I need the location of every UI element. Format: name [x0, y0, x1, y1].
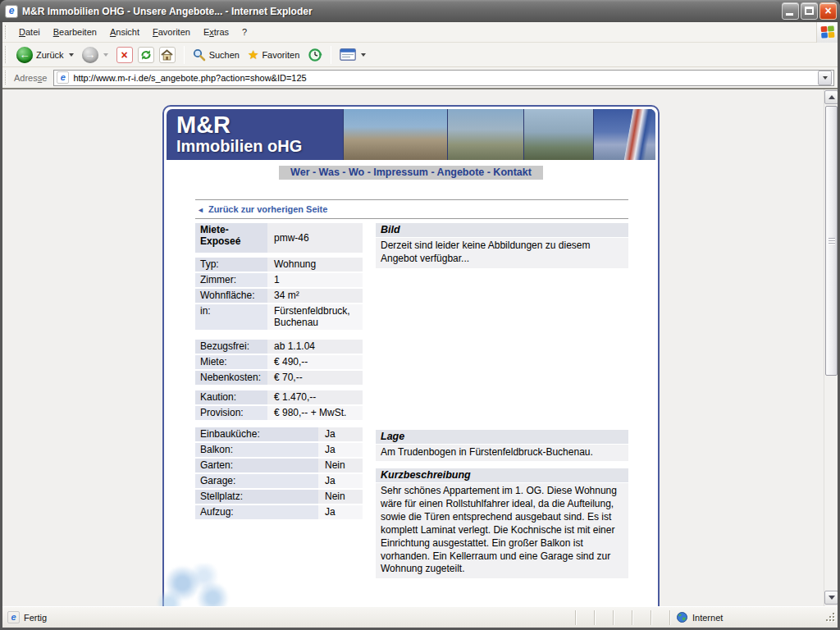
star-icon: ★	[248, 48, 258, 61]
search-icon	[193, 48, 206, 62]
detail-value: € 980,-- + MwSt.	[267, 406, 363, 420]
site-banner: M&R Immobilien oHG	[167, 109, 655, 160]
divider	[195, 218, 628, 219]
detail-row: Garage:Ja	[195, 474, 363, 488]
address-label: Adresse	[12, 73, 53, 83]
detail-label: Stellplatz:	[195, 490, 318, 504]
forward-dropdown-icon[interactable]	[103, 53, 108, 57]
detail-value: € 490,--	[267, 355, 363, 369]
toolbar-grip[interactable]	[5, 71, 7, 85]
detail-row: Miete:€ 490,--	[195, 355, 363, 369]
security-zone: Internet	[669, 610, 825, 625]
detail-row: Miete-Exposeépmw-46	[195, 223, 363, 253]
detail-row: Stellplatz:Nein	[195, 490, 363, 504]
status-pane	[613, 610, 632, 625]
back-button[interactable]: ← Zurück	[12, 47, 78, 63]
detail-value: Fürstenfeldbruck, Buchenau	[267, 304, 363, 330]
zone-label: Internet	[692, 613, 723, 623]
detail-label: Einbauküche:	[195, 427, 318, 441]
close-button[interactable]: ×	[819, 2, 837, 20]
history-button[interactable]	[304, 48, 326, 62]
detail-row: Einbauküche:Ja	[195, 427, 363, 441]
back-dropdown-icon[interactable]	[69, 53, 74, 57]
left-arrow-icon: ◄	[197, 206, 204, 214]
scrollbar-thumb[interactable]	[825, 106, 838, 376]
status-pane	[632, 610, 651, 625]
mail-dropdown-icon[interactable]	[361, 53, 366, 57]
status-bar: e Fertig Internet	[2, 606, 838, 628]
address-dropdown-button[interactable]	[818, 71, 832, 85]
toolbar-grip[interactable]	[5, 46, 7, 62]
detail-label: Bezugsfrei:	[195, 340, 267, 354]
detail-row: Bezugsfrei:ab 1.1.04	[195, 340, 363, 354]
vertical-scrollbar[interactable]	[824, 89, 838, 606]
home-button[interactable]	[159, 47, 176, 63]
refresh-button[interactable]	[138, 47, 154, 63]
detail-value: € 1.470,--	[267, 390, 363, 404]
forward-button[interactable]: →	[78, 47, 112, 63]
title-bar[interactable]: e M&R Immobilien OHG - Unsere Angebote..…	[0, 0, 840, 22]
address-field[interactable]: e	[53, 70, 834, 86]
menu-datei[interactable]: Datei	[12, 24, 47, 40]
status-pane	[594, 610, 613, 625]
address-bar: Adresse e	[2, 67, 838, 89]
search-button[interactable]: Suchen	[189, 48, 244, 62]
scroll-up-button[interactable]	[824, 90, 838, 104]
menu-favoriten[interactable]: Favoriten	[146, 24, 197, 40]
section-lage: LageAm Trudenbogen in Fürstenfeldbruck-B…	[376, 430, 628, 462]
back-icon: ←	[16, 47, 33, 63]
stop-button[interactable]: ×	[116, 47, 133, 63]
menu-bearbeiten[interactable]: Bearbeiten	[47, 24, 103, 40]
detail-label: in:	[195, 304, 267, 330]
detail-table: Bezugsfrei:ab 1.1.04Miete:€ 490,--Nebenk…	[195, 340, 363, 385]
detail-value: pmw-46	[267, 223, 363, 253]
section-kurzbeschreibung: KurzbeschreibungSehr schönes Appartement…	[376, 468, 628, 578]
divider	[195, 199, 628, 200]
ie-logo-icon: e	[5, 5, 18, 18]
detail-row: Garten:Nein	[195, 459, 363, 472]
main-nav-links[interactable]: Wer - Was - Wo - Impressum - Angebote - …	[279, 166, 543, 180]
detail-label: Miete:	[195, 355, 267, 369]
minimize-button[interactable]	[782, 2, 799, 20]
property-sections: BildDerzeit sind leider keine Abbildunge…	[376, 223, 628, 585]
address-input[interactable]	[73, 73, 818, 83]
favorites-button[interactable]: ★ Favoriten	[244, 48, 304, 61]
back-to-previous-link[interactable]: ◄Zurück zur vorherigen Seite	[197, 204, 627, 214]
detail-label: Aufzug:	[195, 505, 318, 519]
detail-label: Zimmer:	[195, 273, 267, 287]
status-text: Fertig	[24, 613, 47, 623]
page-icon: e	[57, 71, 69, 84]
mail-button[interactable]	[336, 48, 370, 61]
globe-icon	[677, 612, 687, 623]
maximize-button[interactable]	[801, 2, 818, 20]
property-details: Miete-Exposeépmw-46Typ:WohnungZimmer:1Wo…	[195, 223, 363, 585]
detail-value: Ja	[318, 443, 363, 457]
detail-label: Garten:	[195, 459, 318, 472]
detail-label: Kaution:	[195, 390, 267, 404]
menu-ansicht[interactable]: Ansicht	[103, 24, 146, 40]
site-content: M&R Immobilien oHG Wer - Was - Wo - Impr…	[162, 105, 660, 606]
detail-label: Miete-Exposeé	[195, 223, 267, 253]
section-title: Lage	[376, 430, 628, 444]
mail-icon	[340, 48, 356, 61]
detail-value: ab 1.1.04	[267, 340, 363, 354]
toolbar-grip[interactable]	[5, 25, 7, 39]
detail-row: Zimmer:1	[195, 273, 363, 287]
resize-grip[interactable]	[825, 612, 837, 623]
section-title: Kurzbeschreibung	[376, 468, 628, 482]
status-pane	[651, 610, 669, 625]
detail-value: Ja	[318, 505, 363, 519]
browser-window: e M&R Immobilien OHG - Unsere Angebote..…	[0, 0, 840, 630]
detail-label: Typ:	[195, 258, 267, 272]
history-icon	[308, 48, 322, 62]
detail-value: Ja	[318, 427, 363, 441]
window-title: M&R Immobilien OHG - Unsere Angebote... …	[22, 6, 780, 17]
section-bild: BildDerzeit sind leider keine Abbildunge…	[376, 223, 628, 268]
toolbar: ← Zurück → × Suchen ★ Favoriten	[2, 43, 838, 67]
section-body: Sehr schönes Appartement im 1. OG. Diese…	[376, 483, 628, 578]
menu-extras[interactable]: Extras	[197, 24, 235, 40]
scroll-down-button[interactable]	[824, 591, 838, 605]
detail-row: Balkon:Ja	[195, 443, 363, 457]
detail-table: Typ:WohnungZimmer:1Wohnfläche:34 m²in:Fü…	[195, 258, 363, 330]
menu-help[interactable]: ?	[235, 24, 253, 40]
